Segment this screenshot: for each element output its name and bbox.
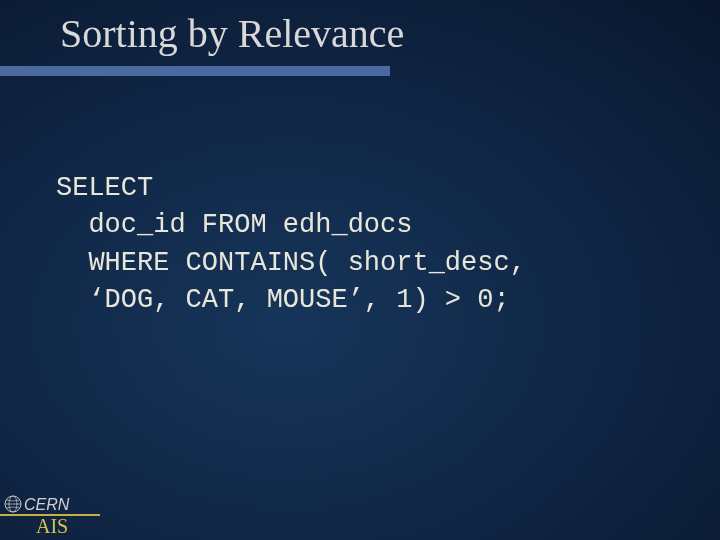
code-line: WHERE CONTAINS( short_desc,: [56, 248, 526, 278]
footer-org: CERN: [24, 496, 69, 514]
title-underline: [0, 66, 390, 76]
code-block: SELECT doc_id FROM edh_docs WHERE CONTAI…: [56, 170, 680, 319]
footer-dept: AIS: [36, 515, 68, 538]
globe-icon: [4, 495, 22, 513]
code-line: doc_id FROM edh_docs: [56, 210, 412, 240]
code-line: SELECT: [56, 173, 153, 203]
slide: Sorting by Relevance SELECT doc_id FROM …: [0, 0, 720, 540]
slide-title: Sorting by Relevance: [60, 10, 404, 57]
code-line: ‘DOG, CAT, MOUSE’, 1) > 0;: [56, 285, 510, 315]
